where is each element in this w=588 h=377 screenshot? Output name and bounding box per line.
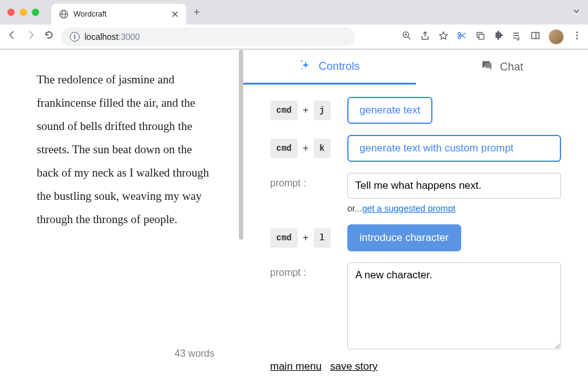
tab-chat[interactable]: Chat bbox=[416, 50, 589, 85]
footer-links: main menu save story bbox=[270, 360, 561, 377]
tab-title: Wordcraft bbox=[74, 10, 166, 18]
key-k: k bbox=[314, 139, 331, 158]
address-bar[interactable]: i localhost:3000 bbox=[61, 28, 355, 46]
forward-button[interactable] bbox=[24, 29, 37, 44]
browser-chrome: Wordcraft ✕ + i localhost:3000 bbox=[0, 0, 588, 50]
playlist-icon[interactable] bbox=[512, 31, 522, 43]
back-button[interactable] bbox=[6, 29, 18, 44]
generate-text-button[interactable]: generate text bbox=[347, 97, 432, 124]
custom-prompt-input[interactable] bbox=[347, 173, 561, 199]
svg-rect-16 bbox=[532, 32, 539, 39]
key-l: l bbox=[314, 228, 331, 248]
tab-chat-label: Chat bbox=[500, 61, 523, 74]
info-icon: i bbox=[70, 32, 80, 42]
reload-button[interactable] bbox=[43, 29, 55, 44]
globe-icon bbox=[59, 9, 69, 19]
character-prompt-row: prompt : bbox=[270, 262, 561, 349]
word-count: 43 words bbox=[175, 348, 214, 359]
svg-line-4 bbox=[408, 37, 410, 39]
tab-bar: Wordcraft ✕ + bbox=[0, 0, 588, 25]
key-j: j bbox=[314, 101, 331, 120]
share-icon[interactable] bbox=[420, 31, 430, 43]
copy-icon[interactable] bbox=[475, 31, 485, 43]
window-controls bbox=[7, 9, 39, 16]
tabs-header: Controls Chat bbox=[243, 50, 588, 85]
star-icon[interactable] bbox=[439, 31, 448, 43]
prompt-label: prompt : bbox=[270, 173, 337, 189]
maximize-window-button[interactable] bbox=[32, 9, 39, 16]
suggest-prompt-link[interactable]: get a suggested prompt bbox=[362, 204, 455, 213]
svg-point-20 bbox=[576, 37, 578, 39]
new-tab-button[interactable]: + bbox=[194, 6, 200, 19]
key-cmd: cmd bbox=[270, 101, 298, 120]
prompt-label: prompt : bbox=[270, 262, 337, 278]
control-generate-text: cmd + j generate text bbox=[270, 97, 561, 124]
introduce-character-button[interactable]: introduce character bbox=[347, 224, 461, 251]
editor-pane: The redolence of jasmine and frankincens… bbox=[0, 50, 239, 377]
chat-icon bbox=[480, 59, 494, 75]
extensions-icon[interactable] bbox=[494, 31, 503, 43]
sidebar-icon[interactable] bbox=[530, 31, 540, 43]
shortcut-cmd-k: cmd + k bbox=[270, 135, 337, 158]
svg-point-19 bbox=[576, 34, 578, 36]
url-host: localhost:3000 bbox=[85, 32, 140, 42]
save-story-link[interactable]: save story bbox=[330, 360, 377, 373]
minimize-window-button[interactable] bbox=[20, 9, 27, 16]
shortcut-cmd-l: cmd + l bbox=[270, 224, 337, 248]
menu-icon[interactable] bbox=[572, 31, 582, 43]
scissors-icon[interactable] bbox=[457, 31, 467, 43]
plus-icon: + bbox=[303, 143, 308, 154]
toolbar-actions bbox=[402, 29, 582, 44]
app-content: The redolence of jasmine and frankincens… bbox=[0, 50, 588, 377]
key-cmd: cmd bbox=[270, 139, 298, 158]
main-menu-link[interactable]: main menu bbox=[270, 360, 322, 373]
plus-icon: + bbox=[303, 105, 308, 116]
pane-divider[interactable] bbox=[239, 50, 243, 377]
svg-rect-12 bbox=[479, 34, 484, 39]
tab-controls[interactable]: Controls bbox=[243, 50, 416, 85]
controls-pane: Controls Chat cmd + j generate text bbox=[243, 50, 588, 377]
close-window-button[interactable] bbox=[7, 9, 15, 16]
profile-avatar[interactable] bbox=[549, 29, 564, 44]
key-cmd: cmd bbox=[270, 228, 298, 248]
close-tab-icon[interactable]: ✕ bbox=[171, 9, 179, 20]
control-generate-custom: cmd + k generate text with custom prompt bbox=[270, 135, 561, 162]
zoom-icon[interactable] bbox=[402, 31, 412, 43]
browser-toolbar: i localhost:3000 bbox=[0, 25, 588, 49]
shortcut-cmd-j: cmd + j bbox=[270, 97, 337, 120]
browser-tab[interactable]: Wordcraft ✕ bbox=[51, 4, 186, 25]
story-text[interactable]: The redolence of jasmine and frankincens… bbox=[37, 68, 214, 231]
custom-prompt-row: prompt : or...get a suggested prompt bbox=[270, 173, 561, 213]
suggest-prompt-row: or...get a suggested prompt bbox=[347, 204, 561, 213]
generate-custom-button[interactable]: generate text with custom prompt bbox=[347, 135, 561, 162]
controls-body: cmd + j generate text cmd + k generate t… bbox=[243, 85, 588, 377]
sparkle-icon bbox=[299, 58, 312, 75]
control-introduce-character: cmd + l introduce character bbox=[270, 224, 561, 251]
chevron-down-icon[interactable] bbox=[572, 7, 581, 18]
tab-controls-label: Controls bbox=[318, 60, 360, 73]
plus-icon: + bbox=[303, 232, 308, 243]
character-prompt-input[interactable] bbox=[347, 262, 561, 349]
svg-point-18 bbox=[576, 31, 578, 33]
